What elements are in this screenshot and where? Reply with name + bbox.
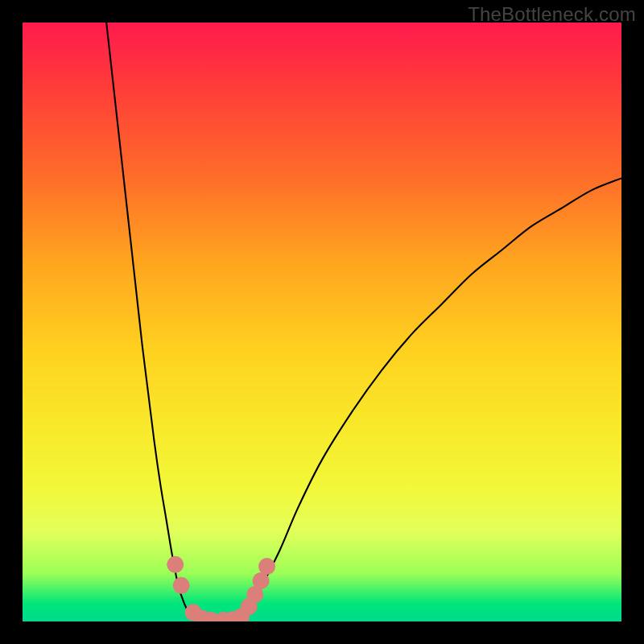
chart-svg xyxy=(23,23,621,621)
valley-marker xyxy=(173,577,190,594)
left-branch-line xyxy=(106,23,196,621)
valley-markers xyxy=(167,556,275,621)
valley-marker xyxy=(253,572,270,589)
right-branch-line xyxy=(244,178,621,621)
curve-lines xyxy=(106,23,621,621)
valley-marker xyxy=(167,556,184,573)
plot-area xyxy=(23,23,621,621)
valley-marker xyxy=(258,558,275,575)
watermark-text: TheBottleneck.com xyxy=(468,3,636,26)
chart-frame: TheBottleneck.com xyxy=(0,0,644,644)
